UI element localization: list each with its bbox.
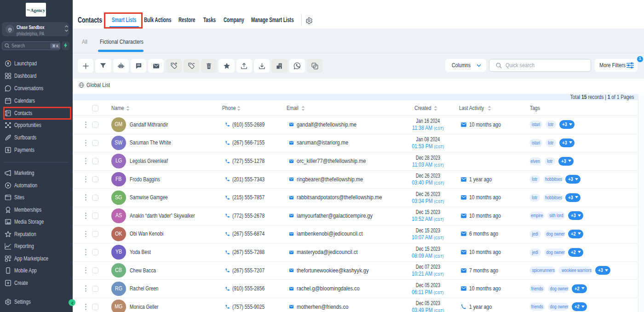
svg-text:$: $ <box>7 148 9 152</box>
